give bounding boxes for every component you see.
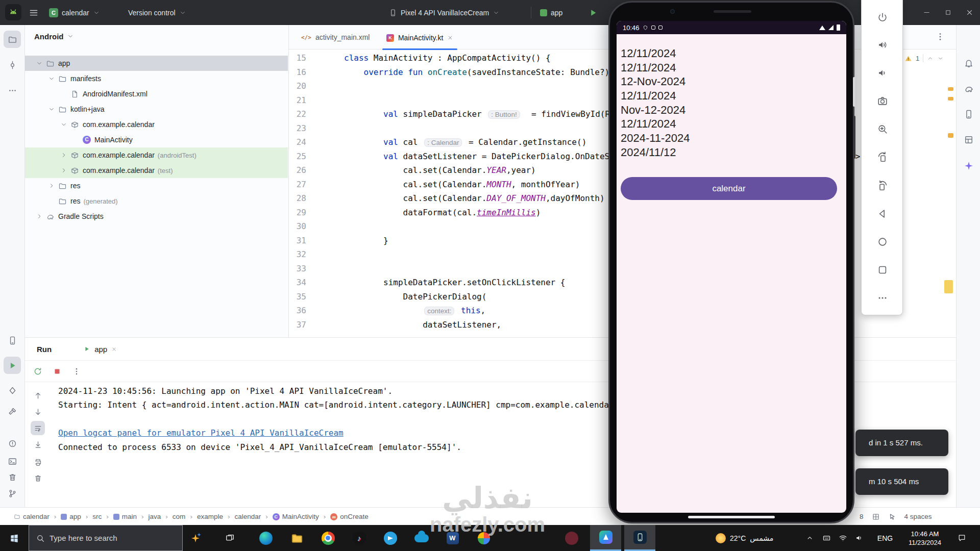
calendar-button[interactable]: calendar xyxy=(621,177,837,200)
run-configuration-selector[interactable]: app xyxy=(540,0,562,25)
tree-item-res[interactable]: res(generated) xyxy=(25,193,288,209)
tab-close-icon[interactable] xyxy=(447,35,453,41)
breadcrumb-item-src[interactable]: src xyxy=(92,513,102,520)
volume-button[interactable] xyxy=(851,525,867,551)
emulator-power-button[interactable] xyxy=(877,12,888,23)
tool-strip-recycle-bin-button[interactable] xyxy=(4,468,21,486)
run-tab-close-icon[interactable] xyxy=(111,346,117,352)
tray-expand-button[interactable] xyxy=(802,525,817,551)
taskbar-search-input[interactable]: Type here to search xyxy=(29,525,183,551)
stop-button[interactable] xyxy=(53,367,62,376)
tool-strip-problems-button[interactable] xyxy=(4,435,21,452)
tool-strip-run-button[interactable] xyxy=(4,357,21,374)
tree-item-res[interactable]: res xyxy=(25,178,288,193)
emulator-overview-button[interactable] xyxy=(877,264,888,276)
tool-strip-project-button[interactable] xyxy=(4,31,21,48)
pointer-icon[interactable] xyxy=(888,513,896,521)
tool-strip-notifications-button[interactable] xyxy=(963,58,974,69)
tree-item-com-example-calendar[interactable]: com.example.calendar xyxy=(25,117,288,132)
emulator-more-button[interactable] xyxy=(877,292,888,304)
run-tab-app[interactable]: app xyxy=(83,345,117,354)
emulator-home-button[interactable] xyxy=(877,236,888,247)
tree-item-androidmanifest-xml[interactable]: AndroidManifest.xml xyxy=(25,86,288,102)
tool-strip-device-explorer-button[interactable] xyxy=(4,332,21,349)
tree-item-com-example-calendar[interactable]: com.example.calendar(androidTest) xyxy=(25,147,288,163)
touch-keyboard-button[interactable] xyxy=(819,525,834,551)
run-button[interactable] xyxy=(588,0,598,25)
taskbar-app-music[interactable]: ♪ xyxy=(344,525,375,551)
indent-setting[interactable]: 4 spaces xyxy=(904,513,932,520)
tree-item-app[interactable]: app xyxy=(25,56,288,71)
breadcrumb-item-calendar[interactable]: calendar xyxy=(234,513,261,520)
taskbar-app-edge[interactable] xyxy=(250,525,281,551)
scroll-down-button[interactable] xyxy=(31,405,45,419)
tree-item-manifests[interactable]: manifests xyxy=(25,71,288,86)
main-menu-button[interactable] xyxy=(29,0,39,25)
tool-strip-gradle-button[interactable] xyxy=(963,83,974,94)
breadcrumb-item-java[interactable]: java xyxy=(149,513,161,520)
device-selector[interactable]: Pixel 4 API VanillaIceCream xyxy=(389,0,500,25)
scroll-up-button[interactable] xyxy=(31,388,45,403)
breadcrumb-item-app[interactable]: app xyxy=(61,513,81,520)
taskbar-app-emulator[interactable] xyxy=(624,525,655,551)
language-indicator[interactable]: ENG xyxy=(874,525,896,551)
breadcrumb-item-example[interactable]: example xyxy=(197,513,223,520)
taskbar-app-chrome[interactable] xyxy=(312,525,344,551)
tool-strip-version-control-button[interactable] xyxy=(4,485,21,502)
window-minimize-button[interactable] xyxy=(922,8,931,17)
project-view-selector[interactable]: Android xyxy=(25,25,74,47)
taskbar-app-photos[interactable] xyxy=(468,525,499,551)
layout-grid-icon[interactable] xyxy=(872,513,880,521)
version-control-menu[interactable]: Version control xyxy=(128,0,186,25)
weather-widget[interactable]: 22°C مشمس xyxy=(716,525,773,551)
inspections-widget[interactable]: 1 xyxy=(904,54,944,62)
clear-all-button[interactable] xyxy=(31,471,45,485)
tree-item-mainactivity[interactable]: CMainActivity xyxy=(25,132,288,147)
window-close-button[interactable] xyxy=(965,8,974,17)
notification-toast[interactable]: d in 1 s 527 ms. xyxy=(855,430,948,456)
taskbar-app-explorer[interactable] xyxy=(281,525,312,551)
tool-strip-build-button[interactable] xyxy=(4,403,21,420)
emulator-rotate-left-button[interactable] xyxy=(877,152,888,163)
clock-widget[interactable]: 10:46 AM11/23/2024 xyxy=(900,525,949,551)
taskbar-app-word[interactable]: W xyxy=(437,525,468,551)
scroll-to-end-button[interactable] xyxy=(31,437,45,452)
tool-strip-more-button[interactable] xyxy=(4,82,21,99)
rerun-button[interactable] xyxy=(33,367,42,376)
project-selector[interactable]: C calendar xyxy=(49,0,100,25)
emulator-rotate-right-button[interactable] xyxy=(877,180,888,191)
tree-item-com-example-calendar[interactable]: com.example.calendar(test) xyxy=(25,163,288,178)
start-button[interactable] xyxy=(0,525,29,551)
tree-item-kotlin-java[interactable]: kotlin+java xyxy=(25,102,288,117)
taskbar-app-dark-app[interactable] xyxy=(556,525,587,551)
soft-wrap-button[interactable] xyxy=(31,421,45,435)
tree-item-gradle-scripts[interactable]: Gradle Scripts xyxy=(25,209,288,224)
breadcrumb-item-com[interactable]: com xyxy=(173,513,186,520)
chevron-down-icon[interactable] xyxy=(937,55,944,62)
tool-strip-device-manager-button[interactable] xyxy=(963,109,974,120)
notification-toast[interactable]: m 10 s 504 ms xyxy=(855,468,948,495)
taskbar-app-android-studio[interactable] xyxy=(590,525,621,551)
network-button[interactable] xyxy=(835,525,850,551)
tool-strip-gemini-button[interactable] xyxy=(963,160,974,171)
tool-strip-commit-button[interactable] xyxy=(4,56,21,73)
tool-strip-profiler-button[interactable] xyxy=(4,382,21,399)
emulator-camera-button[interactable] xyxy=(877,95,888,107)
search-highlights-button[interactable] xyxy=(185,525,207,551)
emulator-volume-down-button[interactable] xyxy=(877,67,888,79)
taskbar-app-cloud[interactable] xyxy=(406,525,437,551)
tool-strip-layout-inspector-button[interactable] xyxy=(963,134,974,145)
breadcrumb-item-mainactivity[interactable]: CMainActivity xyxy=(273,513,319,520)
tool-strip-terminal-button[interactable] xyxy=(4,453,21,470)
tab-options-icon[interactable] xyxy=(935,32,945,42)
taskbar-app-telegram[interactable] xyxy=(375,525,406,551)
emulator-back-button[interactable] xyxy=(877,208,888,219)
more-options-icon[interactable] xyxy=(72,367,81,376)
breadcrumb-item-calendar[interactable]: calendar xyxy=(14,513,50,520)
action-center-button[interactable] xyxy=(952,525,971,551)
emulator-volume-up-button[interactable] xyxy=(877,39,888,51)
print-button[interactable] xyxy=(31,455,45,469)
tab-activity-main-xml[interactable]: </> activity_main.xml xyxy=(294,25,377,49)
chevron-up-icon[interactable] xyxy=(927,55,934,62)
caret-position[interactable]: 8 xyxy=(860,513,864,520)
